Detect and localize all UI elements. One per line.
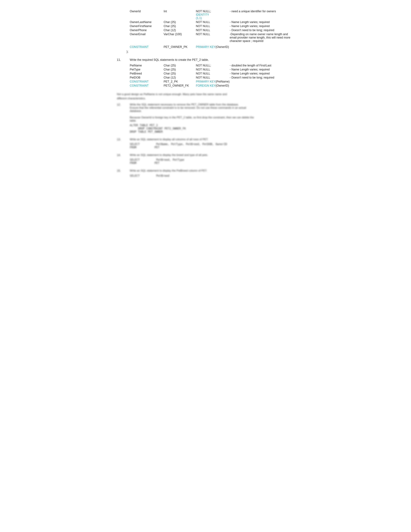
fk-keyword: FOREIGN KEY xyxy=(196,84,216,87)
table-row: PetName Char (25) NOT NULL; - doubled th… xyxy=(130,64,294,67)
identity-value: (1,1) xyxy=(196,17,202,20)
constraint-keyword: CONSTRAINT xyxy=(130,84,164,87)
field-type: Char (25) xyxy=(164,25,196,28)
field-name: OwnerPhone xyxy=(130,28,164,32)
field-name: PetBreed xyxy=(130,72,164,75)
field-constraint: NOT NULL xyxy=(196,76,230,79)
question-12-section: 12. Write the SQL statement necessary to… xyxy=(117,103,294,133)
field-type: Char (25) xyxy=(164,72,196,75)
constraint-keyword: CONSTRAINT xyxy=(130,80,164,83)
q12-text: Write the SQL statement necessary to rem… xyxy=(130,103,254,122)
field-note: -Depending on name owner name length and… xyxy=(230,33,294,43)
constraint-name: PET_OWNER_PK xyxy=(164,45,196,49)
not-null-label: NOT NULL; xyxy=(196,10,211,13)
q13-text: Write an SQL statement to display all co… xyxy=(130,138,208,141)
pk-value: (OwnerID) xyxy=(215,45,229,48)
field-type: Char (12) xyxy=(164,76,196,79)
table-row: OwnerLastName Char (25) NOT NULL - Name … xyxy=(130,20,294,24)
page: OwnerId Int NOT NULL; IDENTITY (1,1) - n… xyxy=(117,10,294,177)
q15-text: Write an SQL statement to display the Pe… xyxy=(130,169,207,172)
pk-keyword: PRIMARY KEY xyxy=(196,45,215,48)
q14-text: Write an SQL statement to display the br… xyxy=(130,153,208,157)
constraint-type: PRIMARY KEY(OwnerID) xyxy=(196,45,230,49)
pk-keyword: PRIMARY KEY xyxy=(196,80,215,83)
question-number: 11. xyxy=(117,58,127,62)
q15-number: 15. xyxy=(117,169,127,172)
field-constraint: NOT NULL xyxy=(196,72,230,75)
q13-header: 13. Write an SQL statement to display al… xyxy=(117,138,294,141)
q14-answer: SELECT PetBreed, PetType FROM PET xyxy=(130,158,294,165)
field-note: - Name Length varies; required xyxy=(230,68,278,71)
field-note: - Name Length varies; required xyxy=(230,25,278,28)
constraint-keyword: CONSTRAINT xyxy=(130,45,164,49)
field-name: OwnerLastName xyxy=(130,20,164,24)
q12-header: 12. Write the SQL statement necessary to… xyxy=(117,103,294,122)
table-row: OwnerEmail VarChar (100) NOT NULL -Depen… xyxy=(130,33,294,43)
constraint-type: PRIMARY KEY(PetName) xyxy=(196,80,230,83)
field-constraint: NOT NULL xyxy=(196,20,230,24)
constraint-fk-row: CONSTRAINT PET2_OWNER_FK FOREIGN KEY(Own… xyxy=(130,84,294,87)
q14-header: 14. Write an SQL statement to display th… xyxy=(117,153,294,157)
table-row: OwnerPhone Char (12) NOT NULL - Doesn't … xyxy=(130,28,294,32)
field-constraint: NOT NULL; IDENTITY (1,1) xyxy=(196,10,230,20)
table-row: OwnerId Int NOT NULL; IDENTITY (1,1) - n… xyxy=(130,10,294,20)
field-constraint: NOT NULL xyxy=(196,28,230,32)
q13-number: 13. xyxy=(117,138,127,141)
field-type: Char (25) xyxy=(164,20,196,24)
table-row: PetBreed Char (25) NOT NULL - Name Lengt… xyxy=(130,72,294,75)
question-11-section: 11. Write the required SQL statements to… xyxy=(117,58,294,87)
question-14-section: 14. Write an SQL statement to display th… xyxy=(117,153,294,165)
q14-number: 14. xyxy=(117,153,127,157)
identity-label: IDENTITY xyxy=(196,13,209,16)
field-type: Char (25) xyxy=(164,64,196,67)
field-name: OwnerEmail xyxy=(130,33,164,36)
field-constraint: NOT NULL xyxy=(196,33,230,36)
note-text: Not a good design as PetName is not uniq… xyxy=(117,92,294,100)
q13-answer: SELECT PetName, PetType, PetBreed, PetDO… xyxy=(130,142,294,149)
question-header: 11. Write the required SQL statements to… xyxy=(117,58,294,62)
constraint-type: FOREIGN KEY(OwnerID) xyxy=(196,84,230,87)
field-name: OwnerFirstName xyxy=(130,25,164,28)
field-name: PetType xyxy=(130,68,164,71)
table-row: PetDOB Char (12) NOT NULL - Doesn't need… xyxy=(130,76,294,79)
field-note: - Doesn't need to be long; required xyxy=(230,28,278,32)
closing-paren: ); xyxy=(127,50,294,53)
field-type: Int xyxy=(164,10,196,13)
field-type: VarChar (100) xyxy=(164,33,196,36)
pk-value: (PetName) xyxy=(215,80,230,83)
blurred-content: Not a good design as PetName is not uniq… xyxy=(117,92,294,177)
constraint-name: PET_2_PK xyxy=(164,80,196,83)
table-row: OwnerFirstName Char (25) NOT NULL - Name… xyxy=(130,25,294,28)
field-constraint: NOT NULL xyxy=(196,68,230,71)
field-constraint: NOT NULL; xyxy=(196,64,230,67)
q12-number: 12. xyxy=(117,103,127,122)
field-name: PetName xyxy=(130,64,164,67)
field-note: - Name Length varies; required xyxy=(230,72,278,75)
field-note: - Doesn't need to be long; required xyxy=(230,76,278,79)
question-text: Write the required SQL statements to cre… xyxy=(130,58,209,62)
question-13-section: 13. Write an SQL statement to display al… xyxy=(117,138,294,149)
question-15-section: 15. Write an SQL statement to display th… xyxy=(117,169,294,177)
field-note: - doubled the length of First/Last xyxy=(230,64,278,67)
constraint-name: PET2_OWNER_FK xyxy=(164,84,196,87)
field-name: PetDOB xyxy=(130,76,164,79)
field-type: Char (25) xyxy=(164,68,196,71)
field-name: OwnerId xyxy=(130,10,164,13)
q15-answer: SELECT PetBreed xyxy=(130,174,294,177)
table-row: PetType Char (25) NOT NULL - Name Length… xyxy=(130,68,294,71)
field-note: - Name Length varies; required xyxy=(230,20,278,24)
field-type: Char (12) xyxy=(164,28,196,32)
field-constraint: NOT NULL xyxy=(196,25,230,28)
constraint-row: CONSTRAINT PET_OWNER_PK PRIMARY KEY(Owne… xyxy=(130,45,294,49)
owner-table: OwnerId Int NOT NULL; IDENTITY (1,1) - n… xyxy=(130,10,294,49)
owner-table-section: OwnerId Int NOT NULL; IDENTITY (1,1) - n… xyxy=(117,10,294,53)
q15-header: 15. Write an SQL statement to display th… xyxy=(117,169,294,172)
constraint-pk-row: CONSTRAINT PET_2_PK PRIMARY KEY(PetName) xyxy=(130,80,294,83)
fk-value: (OwnerID) xyxy=(216,84,229,87)
q12-answer: ALTER TABLE PET_2 DROP CONSTRAINT PET2_O… xyxy=(130,124,294,133)
pet2-table: PetName Char (25) NOT NULL; - doubled th… xyxy=(130,64,294,87)
field-note: - need a unique identifier for owners xyxy=(230,10,278,13)
